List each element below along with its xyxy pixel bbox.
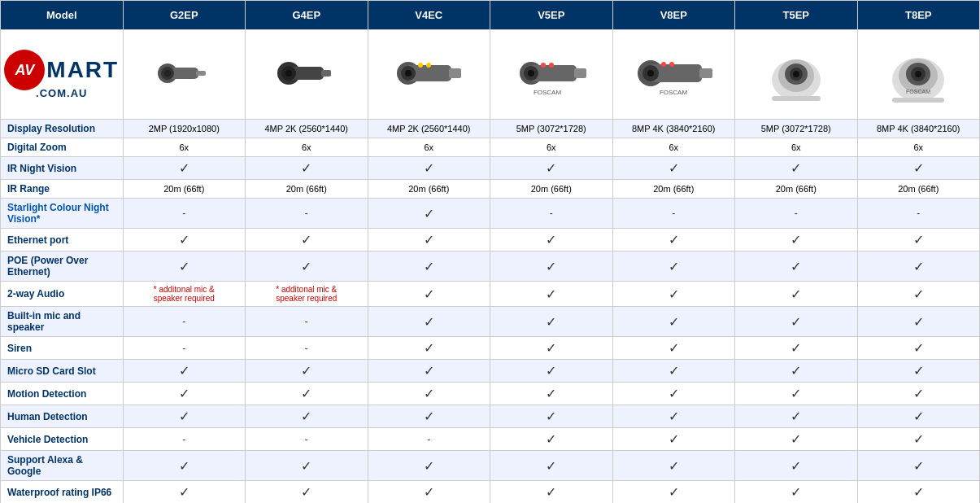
cell-t5ep: ✓: [735, 252, 858, 282]
cell-g2ep: * additonal mic &speaker required: [123, 282, 246, 307]
av-icon: AV: [4, 50, 45, 90]
cell-t8ep: -: [857, 199, 980, 229]
feature-label: Digital Zoom: [1, 138, 124, 157]
feature-label: Siren: [1, 337, 124, 360]
cell-t8ep: ✓: [857, 428, 980, 451]
cell-v8ep: ✓: [612, 282, 735, 307]
cell-v8ep: ✓: [612, 360, 735, 383]
cell-g4ep: ✓: [246, 383, 368, 405]
cell-g2ep: -: [123, 307, 246, 337]
cell-g2ep: -: [123, 199, 246, 229]
feature-label: IR Range: [1, 180, 124, 199]
model-g4ep: G4EP: [246, 1, 368, 30]
cell-v5ep: 6x: [490, 138, 613, 157]
svg-point-31: [669, 62, 674, 67]
cell-t8ep: ✓: [857, 451, 980, 481]
cell-v5ep: ✓: [490, 157, 613, 180]
camera-t5ep: [735, 30, 858, 120]
cell-t8ep: 6x: [857, 138, 980, 157]
cell-v8ep: ✓: [612, 337, 735, 360]
cell-g4ep: -: [246, 199, 368, 229]
mart-text: MART: [46, 57, 119, 83]
svg-point-15: [418, 63, 423, 68]
table-row: Built-in mic and speaker--✓✓✓✓✓: [1, 307, 980, 337]
cell-v4ec: ✓: [368, 405, 490, 428]
cell-v8ep: 6x: [612, 138, 735, 157]
cell-t5ep: 5MP (3072*1728): [735, 120, 858, 138]
table-row: Display Resolution2MP (1920x1080)4MP 2K …: [1, 120, 980, 138]
cell-t5ep: ✓: [735, 451, 858, 481]
cell-g4ep: ✓: [246, 360, 368, 383]
cell-v4ec: ✓: [368, 199, 490, 229]
camera-images-row: AV MART .COM.AU: [1, 30, 980, 120]
cell-t8ep: ✓: [857, 360, 980, 383]
table-row: Support Alexa & Google✓✓✓✓✓✓✓: [1, 451, 980, 481]
cell-g4ep: ✓: [246, 405, 368, 428]
avmart-logo: AV MART .COM.AU: [7, 50, 116, 99]
svg-point-28: [647, 70, 654, 77]
feature-label: POE (Power Over Ethernet): [1, 252, 124, 282]
svg-rect-38: [772, 96, 821, 101]
svg-rect-9: [321, 70, 331, 77]
cell-v8ep: ✓: [612, 383, 735, 405]
camera-v5ep-img: FOSCAM: [507, 47, 596, 100]
feature-label: IR Night Vision: [1, 157, 124, 180]
svg-text:FOSCAM: FOSCAM: [660, 89, 688, 96]
svg-rect-14: [449, 68, 461, 78]
cell-v4ec: ✓: [368, 307, 490, 337]
cell-t5ep: ✓: [735, 360, 858, 383]
model-v8ep: V8EP: [612, 1, 735, 30]
table-row: Waterproof rating IP66✓✓✓✓✓✓✓: [1, 481, 980, 504]
cell-g2ep: ✓: [123, 229, 246, 252]
feature-label: Human Detection: [1, 405, 124, 428]
svg-rect-4: [196, 71, 206, 76]
cell-v4ec: ✓: [368, 157, 490, 180]
cell-g4ep: -: [246, 337, 368, 360]
cell-v4ec: ✓: [368, 337, 490, 360]
cell-v4ec: ✓: [368, 481, 490, 504]
table-row: Micro SD Card Slot✓✓✓✓✓✓✓: [1, 360, 980, 383]
cell-g4ep: ✓: [246, 451, 368, 481]
header-row: Model G2EP G4EP V4EC V5EP V8EP T5EP T8EP: [1, 1, 980, 30]
cell-v8ep: ✓: [612, 451, 735, 481]
feature-label: Micro SD Card Slot: [1, 360, 124, 383]
feature-label: Vehicle Detection: [1, 428, 124, 451]
cell-v8ep: ✓: [612, 229, 735, 252]
table-row: Siren--✓✓✓✓✓: [1, 337, 980, 360]
cell-v4ec: 6x: [368, 138, 490, 157]
cell-g4ep: 6x: [246, 138, 368, 157]
cell-t5ep: ✓: [735, 481, 858, 504]
cell-g4ep: ✓: [246, 157, 368, 180]
cell-v4ec: -: [368, 428, 490, 451]
cell-g4ep: ✓: [246, 252, 368, 282]
cell-v5ep: 5MP (3072*1728): [490, 120, 613, 138]
feature-label: Display Resolution: [1, 120, 124, 138]
svg-point-22: [541, 63, 546, 68]
cell-v4ec: ✓: [368, 383, 490, 405]
feature-label: Waterproof rating IP66: [1, 481, 124, 504]
cell-v4ec: ✓: [368, 360, 490, 383]
cell-v5ep: ✓: [490, 229, 613, 252]
feature-label: Ethernet port: [1, 229, 124, 252]
table-row: POE (Power Over Ethernet)✓✓✓✓✓✓✓: [1, 252, 980, 282]
svg-rect-21: [574, 68, 586, 78]
cell-t8ep: ✓: [857, 229, 980, 252]
cell-t8ep: ✓: [857, 383, 980, 405]
camera-v8ep-img: FOSCAM: [625, 47, 722, 100]
feature-label: Starlight Colour Night Vision*: [1, 199, 124, 229]
cell-v5ep: ✓: [490, 252, 613, 282]
cell-g2ep: 2MP (1920x1080): [123, 120, 246, 138]
cell-g4ep: -: [246, 428, 368, 451]
cell-g2ep: ✓: [123, 481, 246, 504]
model-v4ec: V4EC: [368, 1, 490, 30]
table-row: IR Night Vision✓✓✓✓✓✓✓: [1, 157, 980, 180]
table-row: 2-way Audio* additonal mic &speaker requ…: [1, 282, 980, 307]
cell-v8ep: ✓: [612, 428, 735, 451]
cell-v5ep: ✓: [490, 337, 613, 360]
camera-g4ep-img: [266, 47, 347, 100]
cell-g2ep: -: [123, 337, 246, 360]
cell-v4ec: ✓: [368, 252, 490, 282]
comparison-table: Model G2EP G4EP V4EC V5EP V8EP T5EP T8EP…: [0, 0, 980, 503]
cell-v5ep: -: [490, 199, 613, 229]
model-header: Model: [1, 1, 124, 30]
